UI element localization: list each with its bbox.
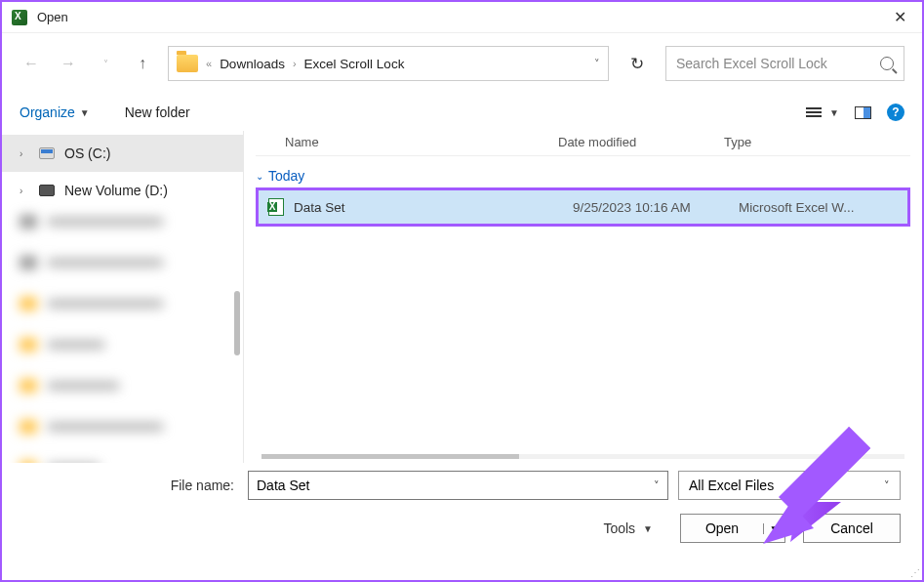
file-list-area: Name Date modified Type ⌄ Today Data Set… [244,131,922,463]
sidebar-scrollbar[interactable] [234,291,240,355]
caret-down-icon: ▼ [829,107,839,118]
search-input[interactable]: Search Excel Scroll Lock [665,46,904,81]
organize-menu[interactable]: Organize ▼ [20,104,90,120]
filename-label: File name: [23,478,238,493]
file-row[interactable]: Data Set 9/25/2023 10:16 AM Microsoft Ex… [256,187,910,227]
breadcrumb-dropdown[interactable]: ˅ [594,58,600,70]
group-header-today[interactable]: ⌄ Today [256,156,910,186]
filetype-select[interactable]: All Excel Files ˅ [678,471,901,500]
close-button[interactable]: ✕ [885,8,914,26]
sidebar: › OS (C:) › New Volume (D:) [2,131,244,463]
excel-app-icon [12,10,27,25]
open-button[interactable]: Open ▼ [680,514,785,543]
preview-pane-button[interactable] [855,106,871,119]
breadcrumb[interactable]: « Downloads › Excel Scroll Lock ˅ [168,46,609,81]
chevron-right-icon: › [20,186,29,196]
tools-menu[interactable]: Tools ▼ [603,520,653,536]
search-icon [880,57,894,70]
caret-down-icon: ˅ [884,479,890,492]
refresh-button[interactable]: ↻ [623,54,652,74]
new-folder-button[interactable]: New folder [125,104,190,120]
back-button[interactable]: ← [20,52,43,75]
up-button[interactable]: ↑ [131,52,154,75]
column-header-date[interactable]: Date modified [558,135,724,149]
disk-icon [39,185,55,196]
resize-grip[interactable]: ⋰ [910,567,920,578]
folder-icon [177,55,198,72]
breadcrumb-sep: « [206,58,212,69]
forward-button[interactable]: → [57,52,80,75]
help-button[interactable]: ? [887,104,904,121]
window-title: Open [37,10,885,24]
caret-down-icon: ▼ [643,523,653,534]
chevron-right-icon: › [293,58,297,69]
file-name: Data Set [294,200,573,215]
sidebar-drive-d[interactable]: › New Volume (D:) [2,172,243,209]
caret-down-icon[interactable]: ˅ [654,479,660,492]
breadcrumb-item[interactable]: Excel Scroll Lock [304,57,405,71]
horizontal-scrollbar[interactable] [261,454,904,459]
disk-icon [39,147,55,159]
search-placeholder: Search Excel Scroll Lock [676,56,827,71]
view-options-button[interactable]: ▼ [806,107,839,118]
excel-file-icon [268,198,284,216]
file-date: 9/25/2023 10:16 AM [573,200,739,215]
chevron-right-icon: › [20,148,29,159]
filename-input[interactable]: Data Set ˅ [248,471,668,500]
sidebar-drive-c[interactable]: › OS (C:) [2,135,243,172]
list-view-icon [806,107,822,117]
chevron-down-icon: ⌄ [256,171,263,182]
cancel-button[interactable]: Cancel [803,514,901,543]
column-header-type[interactable]: Type [724,135,910,149]
breadcrumb-item[interactable]: Downloads [220,57,285,71]
caret-down-icon: ▼ [80,107,90,118]
recent-dropdown[interactable]: ˅ [94,52,117,75]
column-header-name[interactable]: Name [256,135,558,149]
open-split-dropdown[interactable]: ▼ [763,523,784,534]
file-type: Microsoft Excel W... [739,200,898,215]
